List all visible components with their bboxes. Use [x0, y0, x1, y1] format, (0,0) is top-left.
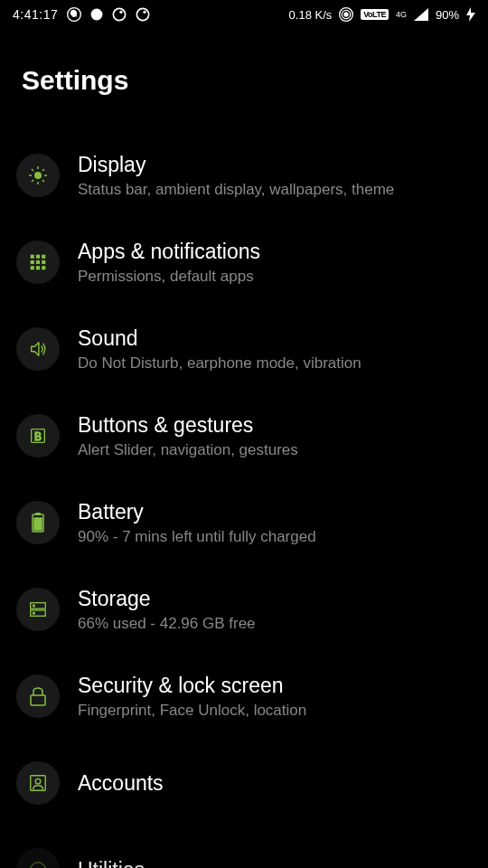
hotspot-icon — [339, 7, 353, 22]
charging-icon — [466, 7, 475, 22]
item-title: Accounts — [78, 771, 164, 796]
svg-point-35 — [33, 612, 35, 614]
item-subtitle: Alert Slider, navigation, gestures — [78, 441, 298, 459]
svg-point-1 — [91, 9, 103, 21]
svg-point-4 — [137, 8, 149, 20]
settings-item-security[interactable]: Security & lock screen Fingerprint, Face… — [0, 653, 488, 740]
settings-item-accounts[interactable]: Accounts — [0, 740, 488, 826]
svg-rect-31 — [34, 518, 42, 530]
svg-point-5 — [144, 11, 146, 14]
svg-rect-22 — [36, 260, 40, 264]
svg-rect-20 — [42, 255, 45, 259]
item-subtitle: Do Not Disturb, earphone mode, vibration — [78, 354, 361, 373]
item-subtitle: 90% - 7 mins left until fully charged — [78, 528, 316, 546]
buttons-icon: B — [16, 414, 60, 458]
battery-icon — [16, 501, 60, 544]
svg-point-9 — [34, 172, 42, 179]
svg-rect-23 — [42, 260, 45, 264]
item-subtitle: 66% used - 42.96 GB free — [78, 615, 256, 633]
battery-percent: 90% — [436, 8, 459, 22]
item-text: Display Status bar, ambient display, wal… — [78, 153, 394, 199]
item-text: Sound Do Not Disturb, earphone mode, vib… — [78, 326, 361, 373]
status-left: 4:41:17 — [13, 7, 150, 22]
svg-point-39 — [31, 863, 46, 868]
item-subtitle: Permissions, default apps — [78, 268, 260, 286]
svg-line-15 — [42, 180, 44, 182]
svg-line-17 — [42, 169, 44, 171]
network-speed: 0.18 K/s — [289, 8, 333, 22]
settings-item-apps[interactable]: Apps & notifications Permissions, defaul… — [0, 219, 488, 306]
svg-point-6 — [344, 13, 348, 16]
item-subtitle: Fingerprint, Face Unlock, location — [78, 702, 306, 720]
status-time: 4:41:17 — [13, 7, 58, 22]
item-title: Utilities — [78, 858, 145, 869]
item-subtitle: Status bar, ambient display, wallpapers,… — [78, 181, 394, 199]
settings-list: Display Status bar, ambient display, wal… — [0, 132, 488, 868]
svg-rect-19 — [36, 255, 40, 259]
settings-item-display[interactable]: Display Status bar, ambient display, wal… — [0, 132, 488, 219]
settings-item-buttons[interactable]: B Buttons & gestures Alert Slider, navig… — [0, 392, 488, 479]
svg-rect-24 — [31, 266, 34, 269]
storage-icon — [16, 588, 60, 631]
item-title: Battery — [78, 500, 316, 524]
apps-grid-icon — [16, 241, 60, 284]
svg-point-38 — [35, 778, 41, 784]
item-title: Apps & notifications — [78, 240, 260, 264]
svg-rect-18 — [31, 255, 34, 259]
sound-icon — [16, 327, 60, 371]
svg-rect-26 — [42, 266, 45, 269]
whatsapp-icon — [67, 7, 81, 22]
svg-point-3 — [120, 11, 123, 14]
svg-line-16 — [32, 180, 33, 182]
settings-item-storage[interactable]: Storage 66% used - 42.96 GB free — [0, 566, 488, 653]
item-title: Storage — [78, 587, 256, 611]
item-text: Accounts — [78, 771, 164, 796]
item-text: Apps & notifications Permissions, defaul… — [78, 240, 260, 286]
settings-item-battery[interactable]: Battery 90% - 7 mins left until fully ch… — [0, 479, 488, 566]
settings-item-sound[interactable]: Sound Do Not Disturb, earphone mode, vib… — [0, 306, 488, 392]
vodafone-icon-2 — [136, 7, 150, 22]
svg-rect-36 — [31, 695, 45, 705]
item-title: Display — [78, 153, 394, 177]
signal-4g-label: 4G — [396, 10, 407, 19]
item-text: Storage 66% used - 42.96 GB free — [78, 587, 256, 633]
lock-icon — [16, 675, 60, 718]
jio-icon — [90, 8, 103, 21]
svg-point-34 — [33, 605, 35, 607]
volte-badge: VoLTE — [361, 9, 389, 20]
account-icon — [16, 761, 60, 805]
item-title: Sound — [78, 326, 361, 351]
signal-icon — [414, 8, 428, 21]
page-title: Settings — [0, 29, 488, 132]
svg-rect-21 — [31, 260, 34, 264]
item-title: Buttons & gestures — [78, 413, 298, 438]
item-text: Battery 90% - 7 mins left until fully ch… — [78, 500, 316, 546]
utilities-icon — [16, 848, 60, 868]
item-text: Security & lock screen Fingerprint, Face… — [78, 674, 306, 720]
svg-line-14 — [32, 169, 33, 171]
svg-point-2 — [114, 8, 126, 20]
svg-text:B: B — [34, 430, 42, 443]
svg-rect-25 — [36, 266, 40, 269]
settings-item-utilities[interactable]: Utilities — [0, 826, 488, 868]
item-text: Buttons & gestures Alert Slider, navigat… — [78, 413, 298, 459]
vodafone-icon-1 — [112, 7, 127, 22]
status-bar: 4:41:17 0.18 K/s VoLTE 4G 90% — [0, 0, 488, 29]
status-right: 0.18 K/s VoLTE 4G 90% — [289, 7, 475, 22]
item-text: Utilities — [78, 858, 145, 869]
brightness-icon — [16, 154, 60, 197]
item-title: Security & lock screen — [78, 674, 306, 698]
